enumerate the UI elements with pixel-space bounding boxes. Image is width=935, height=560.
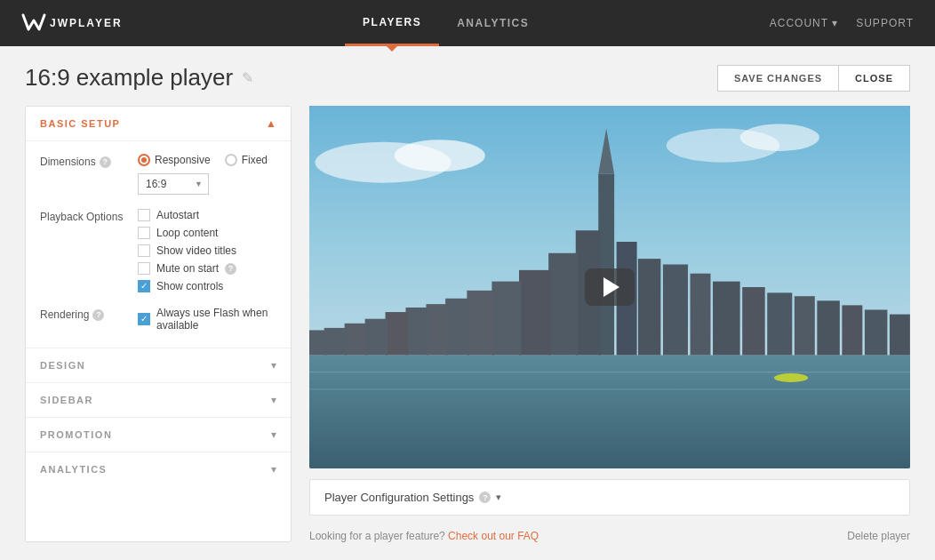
dimensions-row: Dimensions ? Responsive	[40, 154, 276, 195]
rendering-row: Rendering ? ✓ Always use Flash when avai…	[40, 307, 276, 332]
flash-checkbox[interactable]: ✓ Always use Flash when available	[138, 307, 276, 332]
nav-account[interactable]: ACCOUNT ▾	[770, 17, 838, 29]
svg-rect-23	[767, 292, 792, 355]
show-titles-box	[138, 244, 150, 257]
ratio-select[interactable]: 16:9 4:3 Custom	[138, 173, 209, 195]
analytics-header[interactable]: ANALYTICS ▾	[26, 452, 291, 486]
main-content: 16:9 example player ✎ SAVE CHANGES CLOSE…	[0, 46, 935, 560]
basic-setup-header[interactable]: BASIC SETUP ▲	[26, 107, 291, 141]
top-buttons: SAVE CHANGES CLOSE	[717, 65, 910, 92]
logo[interactable]: JWPLAYER	[21, 13, 123, 33]
svg-rect-29	[842, 305, 862, 355]
mute-checkbox[interactable]: Mute on start ?	[138, 262, 276, 275]
faq-link[interactable]: Check out our FAQ	[448, 530, 539, 542]
analytics-chevron: ▾	[271, 463, 276, 476]
dimensions-help-icon[interactable]: ?	[100, 156, 111, 168]
analytics-label: ANALYTICS	[40, 464, 107, 475]
sidebar-chevron: ▾	[271, 394, 276, 406]
rendering-controls: ✓ Always use Flash when available	[138, 307, 276, 332]
loop-checkbox[interactable]: Loop content	[138, 227, 276, 239]
config-chevron-icon[interactable]: ▾	[496, 492, 501, 503]
top-row: 16:9 example player ✎ SAVE CHANGES CLOSE	[25, 64, 910, 92]
svg-rect-13	[638, 259, 661, 355]
svg-point-36	[774, 373, 808, 382]
config-bar: Player Configuration Settings ? ▾	[309, 479, 910, 516]
checkmark-icon: ✓	[140, 282, 148, 291]
player-title: 16:9 example player	[25, 64, 233, 92]
design-header[interactable]: DESIGN ▾	[26, 348, 291, 382]
show-titles-checkbox[interactable]: Show video titles	[138, 244, 276, 257]
svg-rect-14	[519, 270, 551, 356]
svg-rect-8	[598, 174, 614, 356]
dimensions-label: Dimensions ?	[40, 154, 138, 168]
content-columns: BASIC SETUP ▲ Dimensions ?	[25, 106, 910, 542]
svg-rect-26	[386, 312, 409, 355]
svg-rect-20	[445, 299, 469, 356]
svg-rect-16	[491, 282, 521, 356]
svg-rect-24	[406, 308, 429, 356]
delete-player-link[interactable]: Delete player	[847, 530, 910, 542]
promotion-chevron: ▾	[271, 428, 276, 441]
nav-center: PLAYERS ANALYTICS	[123, 0, 770, 46]
config-help-icon[interactable]: ?	[479, 492, 491, 503]
promotion-label: PROMOTION	[40, 429, 112, 440]
right-panel: Player Configuration Settings ? ▾ Lookin…	[309, 106, 910, 542]
save-changes-button[interactable]: SAVE CHANGES	[717, 65, 839, 92]
playback-label: Playback Options	[40, 209, 138, 223]
svg-rect-31	[865, 310, 888, 356]
play-icon	[603, 277, 619, 297]
ratio-select-wrap: 16:9 4:3 Custom ▼	[138, 173, 209, 195]
design-label: DESIGN	[40, 360, 85, 371]
svg-rect-33	[890, 315, 910, 356]
flash-box: ✓	[138, 313, 150, 325]
svg-rect-32	[324, 328, 348, 356]
play-button[interactable]	[585, 268, 635, 306]
svg-rect-18	[467, 291, 494, 356]
promotion-header[interactable]: PROMOTION ▾	[26, 418, 291, 452]
analytics-section: ANALYTICS ▾	[26, 452, 291, 486]
svg-rect-30	[345, 324, 368, 356]
basic-setup-label: BASIC SETUP	[40, 118, 120, 129]
show-controls-box: ✓	[138, 280, 150, 292]
bottom-bar: Looking for a player feature? Check out …	[309, 526, 910, 542]
promotion-section: PROMOTION ▾	[26, 417, 291, 452]
close-button[interactable]: CLOSE	[839, 65, 910, 92]
sidebar-header[interactable]: SIDEBAR ▾	[26, 383, 291, 417]
video-preview	[309, 106, 910, 468]
design-section: DESIGN ▾	[26, 348, 291, 382]
nav-players[interactable]: PLAYERS	[345, 0, 439, 46]
basic-setup-chevron: ▲	[266, 117, 276, 130]
autostart-box	[138, 209, 150, 221]
svg-rect-19	[713, 282, 740, 356]
show-controls-checkbox[interactable]: ✓ Show controls	[138, 280, 276, 292]
top-navigation: JWPLAYER PLAYERS ANALYTICS ACCOUNT ▾ SUP…	[0, 0, 935, 46]
design-chevron: ▾	[271, 359, 276, 372]
responsive-radio[interactable]: Responsive	[138, 154, 211, 166]
responsive-radio-circle	[138, 154, 150, 166]
playback-controls: Autostart Loop content Show video titles	[138, 209, 276, 292]
logo-text: JWPLAYER	[50, 17, 123, 29]
playback-row: Playback Options Autostart Loop content	[40, 209, 276, 292]
mute-box	[138, 262, 150, 275]
dimensions-controls: Responsive Fixed 16:9 4:3 Custom	[138, 154, 276, 195]
svg-rect-22	[426, 304, 447, 355]
nav-right: ACCOUNT ▾ SUPPORT	[770, 17, 914, 29]
mute-help-icon[interactable]: ?	[225, 263, 236, 275]
flash-checkmark-icon: ✓	[140, 315, 148, 324]
svg-rect-12	[548, 253, 578, 356]
config-label: Player Configuration Settings	[324, 491, 474, 504]
nav-analytics[interactable]: ANALYTICS	[439, 0, 547, 46]
svg-rect-35	[309, 330, 326, 355]
basic-setup-body: Dimensions ? Responsive	[26, 141, 291, 348]
autostart-checkbox[interactable]: Autostart	[138, 209, 276, 221]
rendering-label: Rendering ?	[40, 307, 138, 321]
left-panel: BASIC SETUP ▲ Dimensions ?	[25, 106, 292, 542]
fixed-radio[interactable]: Fixed	[225, 154, 268, 166]
rendering-help-icon[interactable]: ?	[92, 309, 104, 321]
svg-rect-15	[663, 265, 688, 356]
edit-icon[interactable]: ✎	[242, 69, 253, 86]
svg-rect-17	[691, 274, 711, 356]
dimensions-radio-group: Responsive Fixed	[138, 154, 276, 166]
nav-support[interactable]: SUPPORT	[856, 17, 914, 29]
svg-point-4	[740, 124, 819, 151]
